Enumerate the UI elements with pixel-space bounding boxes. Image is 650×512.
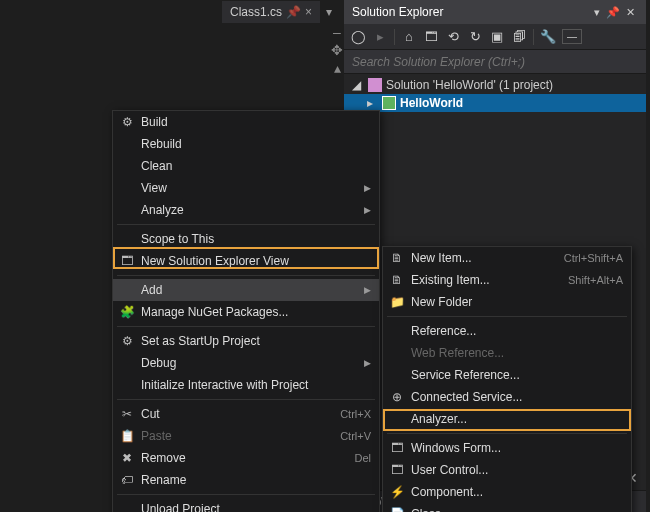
context-menu-item[interactable]: Unload Project bbox=[113, 498, 379, 512]
sync-icon[interactable]: ⟲ bbox=[445, 29, 461, 45]
menu-item-icon: 📋 bbox=[117, 429, 137, 443]
tab-dropdown-icon[interactable]: ▾ bbox=[320, 5, 338, 19]
menu-item-label: Unload Project bbox=[137, 502, 371, 512]
properties-icon[interactable]: 🔧 bbox=[540, 29, 556, 45]
menu-item-label: New Solution Explorer View bbox=[137, 254, 371, 268]
add-submenu-item[interactable]: Service Reference... bbox=[383, 364, 631, 386]
preview-toggle[interactable]: — bbox=[562, 29, 582, 44]
menu-separator bbox=[117, 494, 375, 495]
add-submenu-item[interactable]: 🗔User Control... bbox=[383, 459, 631, 481]
context-menu-item[interactable]: Debug▶ bbox=[113, 352, 379, 374]
back-icon[interactable]: ◯ bbox=[350, 29, 366, 45]
scope-icon[interactable]: 🗔 bbox=[423, 29, 439, 45]
context-menu-item[interactable]: ✖RemoveDel bbox=[113, 447, 379, 469]
menu-item-label: Remove bbox=[137, 451, 354, 465]
expand-icon[interactable]: ◢ bbox=[348, 78, 364, 92]
context-menu-item[interactable]: ⚙Set as StartUp Project bbox=[113, 330, 379, 352]
add-submenu-item[interactable]: 🗎New Item...Ctrl+Shift+A bbox=[383, 247, 631, 269]
menu-item-label: Debug bbox=[137, 356, 358, 370]
menu-item-label: Component... bbox=[407, 485, 623, 499]
context-menu-item[interactable]: ⚙Build bbox=[113, 111, 379, 133]
menu-item-icon: 🗎 bbox=[387, 251, 407, 265]
add-submenu-item[interactable]: ⊕Connected Service... bbox=[383, 386, 631, 408]
expand-icon[interactable]: ▸ bbox=[362, 96, 378, 110]
menu-item-label: Reference... bbox=[407, 324, 623, 338]
pin-icon[interactable]: 📌 bbox=[286, 5, 301, 19]
menu-item-label: Class... bbox=[407, 507, 623, 512]
project-label: HelloWorld bbox=[400, 96, 463, 110]
context-menu-item[interactable]: Analyze▶ bbox=[113, 199, 379, 221]
menu-item-icon: 🗔 bbox=[117, 254, 137, 268]
panel-title: Solution Explorer bbox=[352, 5, 443, 19]
refresh-icon[interactable]: ↻ bbox=[467, 29, 483, 45]
collapse-icon[interactable]: – bbox=[333, 24, 341, 40]
project-context-menu: ⚙BuildRebuildCleanView▶Analyze▶Scope to … bbox=[112, 110, 380, 512]
menu-item-icon: ⚙ bbox=[117, 334, 137, 348]
project-icon bbox=[382, 96, 396, 110]
add-submenu-item[interactable]: 🗔Windows Form... bbox=[383, 437, 631, 459]
menu-item-label: Service Reference... bbox=[407, 368, 623, 382]
menu-separator bbox=[387, 316, 627, 317]
collapse-icon[interactable]: ▣ bbox=[489, 29, 505, 45]
menu-item-icon: ⊕ bbox=[387, 390, 407, 404]
scroll-up-icon[interactable]: ▴ bbox=[334, 60, 341, 76]
menu-item-icon: 🗔 bbox=[387, 463, 407, 477]
menu-item-icon: 🗔 bbox=[387, 441, 407, 455]
forward-icon[interactable]: ▸ bbox=[372, 29, 388, 45]
menu-item-icon: ✖ bbox=[117, 451, 137, 465]
menu-item-label: New Folder bbox=[407, 295, 623, 309]
menu-item-icon: 🏷 bbox=[117, 473, 137, 487]
context-menu-item[interactable]: Initialize Interactive with Project bbox=[113, 374, 379, 396]
move-icon[interactable]: ✥ bbox=[331, 42, 343, 58]
editor-gutter: – ✥ ▴ bbox=[330, 24, 344, 76]
tab-label: Class1.cs bbox=[230, 5, 282, 19]
menu-item-label: Rename bbox=[137, 473, 371, 487]
menu-separator bbox=[117, 275, 375, 276]
menu-item-label: View bbox=[137, 181, 358, 195]
menu-item-label: Analyzer... bbox=[407, 412, 623, 426]
pin-icon[interactable]: 📌 bbox=[603, 6, 623, 19]
add-submenu-item[interactable]: Reference... bbox=[383, 320, 631, 342]
context-menu-item[interactable]: 🗔New Solution Explorer View bbox=[113, 250, 379, 272]
add-submenu-item[interactable]: 📄Class... bbox=[383, 503, 631, 512]
add-submenu-item[interactable]: ⚡Component... bbox=[383, 481, 631, 503]
context-menu-item[interactable]: Clean bbox=[113, 155, 379, 177]
menu-item-label: Connected Service... bbox=[407, 390, 623, 404]
menu-separator bbox=[387, 433, 627, 434]
search-box[interactable] bbox=[344, 50, 646, 74]
menu-item-icon: ⚙ bbox=[117, 115, 137, 129]
menu-item-label: User Control... bbox=[407, 463, 623, 477]
context-menu-item[interactable]: Rebuild bbox=[113, 133, 379, 155]
close-icon[interactable]: ✕ bbox=[623, 6, 638, 19]
context-menu-item[interactable]: Scope to This bbox=[113, 228, 379, 250]
dropdown-icon[interactable]: ▾ bbox=[591, 6, 603, 19]
menu-item-icon: 🗎 bbox=[387, 273, 407, 287]
close-icon[interactable]: × bbox=[305, 5, 312, 19]
panel-titlebar: Solution Explorer ▾ 📌 ✕ bbox=[344, 0, 646, 24]
editor-tab[interactable]: Class1.cs 📌 × bbox=[222, 1, 320, 23]
add-submenu-item[interactable]: Analyzer... bbox=[383, 408, 631, 430]
menu-item-shortcut: Ctrl+Shift+A bbox=[564, 252, 623, 264]
context-menu-item[interactable]: 🧩Manage NuGet Packages... bbox=[113, 301, 379, 323]
menu-separator bbox=[117, 399, 375, 400]
context-menu-item[interactable]: 🏷Rename bbox=[113, 469, 379, 491]
context-menu-item[interactable]: ✂CutCtrl+X bbox=[113, 403, 379, 425]
show-all-icon[interactable]: 🗐 bbox=[511, 29, 527, 45]
menu-item-label: Web Reference... bbox=[407, 346, 623, 360]
menu-item-label: Windows Form... bbox=[407, 441, 623, 455]
add-submenu-item[interactable]: 🗎Existing Item...Shift+Alt+A bbox=[383, 269, 631, 291]
project-node[interactable]: ▸ HelloWorld bbox=[344, 94, 646, 112]
search-input[interactable] bbox=[352, 55, 638, 69]
solution-node[interactable]: ◢ Solution 'HelloWorld' (1 project) bbox=[344, 76, 646, 94]
menu-item-label: Rebuild bbox=[137, 137, 371, 151]
menu-item-label: Manage NuGet Packages... bbox=[137, 305, 371, 319]
home-icon[interactable]: ⌂ bbox=[401, 29, 417, 45]
context-menu-item[interactable]: View▶ bbox=[113, 177, 379, 199]
submenu-arrow-icon: ▶ bbox=[364, 183, 371, 193]
menu-item-shortcut: Del bbox=[354, 452, 371, 464]
menu-item-label: Add bbox=[137, 283, 358, 297]
menu-item-label: Analyze bbox=[137, 203, 358, 217]
menu-item-icon: ✂ bbox=[117, 407, 137, 421]
context-menu-item[interactable]: Add▶ bbox=[113, 279, 379, 301]
add-submenu-item[interactable]: 📁New Folder bbox=[383, 291, 631, 313]
